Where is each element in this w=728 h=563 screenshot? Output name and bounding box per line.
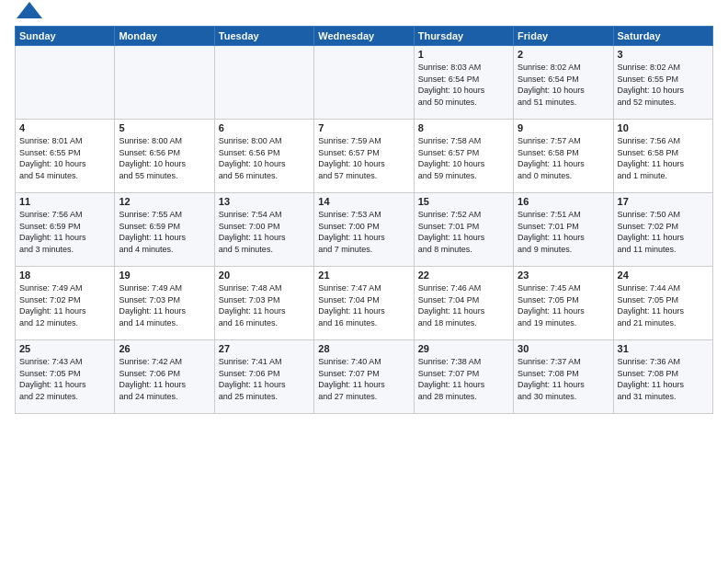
day-number: 17 [618,196,709,207]
calendar-cell: 6Sunrise: 8:00 AM Sunset: 6:56 PM Daylig… [214,120,313,193]
week-row-1: 1Sunrise: 8:03 AM Sunset: 6:54 PM Daylig… [16,46,713,120]
calendar-table: SundayMondayTuesdayWednesdayThursdayFrid… [15,26,713,414]
day-number: 25 [19,343,110,354]
day-number: 16 [518,196,609,207]
calendar-cell [214,46,313,120]
day-number: 3 [618,49,709,60]
day-info: Sunrise: 7:37 AM Sunset: 7:08 PM Dayligh… [518,356,609,402]
day-number: 27 [219,343,310,354]
day-number: 8 [418,122,509,133]
day-number: 6 [219,122,310,133]
calendar-cell: 10Sunrise: 7:56 AM Sunset: 6:58 PM Dayli… [613,120,712,193]
calendar-cell: 5Sunrise: 8:00 AM Sunset: 6:56 PM Daylig… [115,120,214,193]
calendar-cell: 18Sunrise: 7:49 AM Sunset: 7:02 PM Dayli… [16,267,115,340]
day-info: Sunrise: 7:46 AM Sunset: 7:04 PM Dayligh… [418,282,509,328]
calendar-cell: 2Sunrise: 8:02 AM Sunset: 6:54 PM Daylig… [514,46,613,120]
day-info: Sunrise: 7:53 AM Sunset: 7:00 PM Dayligh… [318,209,409,255]
logo-icon [17,2,42,18]
weekday-header-saturday: Saturday [613,27,712,46]
calendar-cell: 25Sunrise: 7:43 AM Sunset: 7:05 PM Dayli… [16,340,115,414]
weekday-header-sunday: Sunday [16,27,115,46]
day-number: 22 [418,270,509,281]
calendar-cell: 8Sunrise: 7:58 AM Sunset: 6:57 PM Daylig… [414,120,513,193]
calendar-cell: 29Sunrise: 7:38 AM Sunset: 7:07 PM Dayli… [414,340,513,414]
day-number: 11 [19,196,110,207]
calendar-cell: 15Sunrise: 7:52 AM Sunset: 7:01 PM Dayli… [414,193,513,267]
calendar-cell: 30Sunrise: 7:37 AM Sunset: 7:08 PM Dayli… [514,340,613,414]
day-number: 21 [318,270,409,281]
calendar-cell: 31Sunrise: 7:36 AM Sunset: 7:08 PM Dayli… [613,340,712,414]
calendar-cell: 4Sunrise: 8:01 AM Sunset: 6:55 PM Daylig… [16,120,115,193]
day-number: 23 [518,270,609,281]
day-info: Sunrise: 7:41 AM Sunset: 7:06 PM Dayligh… [219,356,310,402]
day-number: 2 [518,49,609,60]
day-number: 29 [418,343,509,354]
day-info: Sunrise: 7:43 AM Sunset: 7:05 PM Dayligh… [19,356,110,402]
day-info: Sunrise: 8:01 AM Sunset: 6:55 PM Dayligh… [19,135,110,181]
calendar-cell: 23Sunrise: 7:45 AM Sunset: 7:05 PM Dayli… [514,267,613,340]
week-row-5: 25Sunrise: 7:43 AM Sunset: 7:05 PM Dayli… [16,340,713,414]
day-number: 19 [119,270,210,281]
day-number: 14 [318,196,409,207]
week-row-4: 18Sunrise: 7:49 AM Sunset: 7:02 PM Dayli… [16,267,713,340]
day-info: Sunrise: 7:57 AM Sunset: 6:58 PM Dayligh… [518,135,609,181]
day-info: Sunrise: 7:49 AM Sunset: 7:03 PM Dayligh… [119,282,210,328]
day-info: Sunrise: 7:48 AM Sunset: 7:03 PM Dayligh… [219,282,310,328]
logo [15,11,42,18]
day-info: Sunrise: 7:45 AM Sunset: 7:05 PM Dayligh… [518,282,609,328]
day-number: 24 [618,270,709,281]
weekday-header-thursday: Thursday [414,27,513,46]
calendar-cell [115,46,214,120]
day-info: Sunrise: 7:56 AM Sunset: 6:58 PM Dayligh… [618,135,709,181]
day-info: Sunrise: 7:56 AM Sunset: 6:59 PM Dayligh… [19,209,110,255]
day-number: 9 [518,122,609,133]
calendar-cell: 3Sunrise: 8:02 AM Sunset: 6:55 PM Daylig… [613,46,712,120]
day-info: Sunrise: 7:54 AM Sunset: 7:00 PM Dayligh… [219,209,310,255]
day-info: Sunrise: 7:47 AM Sunset: 7:04 PM Dayligh… [318,282,409,328]
weekday-header-wednesday: Wednesday [314,27,414,46]
calendar-cell: 21Sunrise: 7:47 AM Sunset: 7:04 PM Dayli… [314,267,414,340]
day-number: 31 [618,343,709,354]
day-number: 18 [19,270,110,281]
day-info: Sunrise: 8:00 AM Sunset: 6:56 PM Dayligh… [119,135,210,181]
calendar-cell: 12Sunrise: 7:55 AM Sunset: 6:59 PM Dayli… [115,193,214,267]
day-info: Sunrise: 7:55 AM Sunset: 6:59 PM Dayligh… [119,209,210,255]
calendar-cell: 7Sunrise: 7:59 AM Sunset: 6:57 PM Daylig… [314,120,414,193]
calendar-cell: 9Sunrise: 7:57 AM Sunset: 6:58 PM Daylig… [514,120,613,193]
calendar-cell: 17Sunrise: 7:50 AM Sunset: 7:02 PM Dayli… [613,193,712,267]
week-row-3: 11Sunrise: 7:56 AM Sunset: 6:59 PM Dayli… [16,193,713,267]
calendar-cell: 27Sunrise: 7:41 AM Sunset: 7:06 PM Dayli… [214,340,313,414]
day-info: Sunrise: 8:02 AM Sunset: 6:54 PM Dayligh… [518,62,609,108]
calendar-cell: 20Sunrise: 7:48 AM Sunset: 7:03 PM Dayli… [214,267,313,340]
day-number: 5 [119,122,210,133]
day-info: Sunrise: 7:52 AM Sunset: 7:01 PM Dayligh… [418,209,509,255]
calendar-cell: 16Sunrise: 7:51 AM Sunset: 7:01 PM Dayli… [514,193,613,267]
calendar-cell: 1Sunrise: 8:03 AM Sunset: 6:54 PM Daylig… [414,46,513,120]
calendar-cell: 24Sunrise: 7:44 AM Sunset: 7:05 PM Dayli… [613,267,712,340]
day-info: Sunrise: 7:36 AM Sunset: 7:08 PM Dayligh… [618,356,709,402]
day-info: Sunrise: 7:49 AM Sunset: 7:02 PM Dayligh… [19,282,110,328]
day-number: 28 [318,343,409,354]
day-number: 15 [418,196,509,207]
weekday-header-monday: Monday [115,27,214,46]
day-info: Sunrise: 7:38 AM Sunset: 7:07 PM Dayligh… [418,356,509,402]
page: SundayMondayTuesdayWednesdayThursdayFrid… [0,0,728,563]
day-number: 26 [119,343,210,354]
calendar-cell: 28Sunrise: 7:40 AM Sunset: 7:07 PM Dayli… [314,340,414,414]
calendar-cell: 11Sunrise: 7:56 AM Sunset: 6:59 PM Dayli… [16,193,115,267]
day-info: Sunrise: 7:59 AM Sunset: 6:57 PM Dayligh… [318,135,409,181]
calendar-cell [314,46,414,120]
day-number: 12 [119,196,210,207]
day-info: Sunrise: 7:44 AM Sunset: 7:05 PM Dayligh… [618,282,709,328]
weekday-header-tuesday: Tuesday [214,27,313,46]
day-number: 7 [318,122,409,133]
day-number: 13 [219,196,310,207]
day-info: Sunrise: 7:51 AM Sunset: 7:01 PM Dayligh… [518,209,609,255]
day-info: Sunrise: 8:03 AM Sunset: 6:54 PM Dayligh… [418,62,509,108]
calendar-cell: 19Sunrise: 7:49 AM Sunset: 7:03 PM Dayli… [115,267,214,340]
day-number: 1 [418,49,509,60]
calendar-cell: 26Sunrise: 7:42 AM Sunset: 7:06 PM Dayli… [115,340,214,414]
header [15,11,713,18]
day-info: Sunrise: 7:40 AM Sunset: 7:07 PM Dayligh… [318,356,409,402]
day-info: Sunrise: 7:50 AM Sunset: 7:02 PM Dayligh… [618,209,709,255]
